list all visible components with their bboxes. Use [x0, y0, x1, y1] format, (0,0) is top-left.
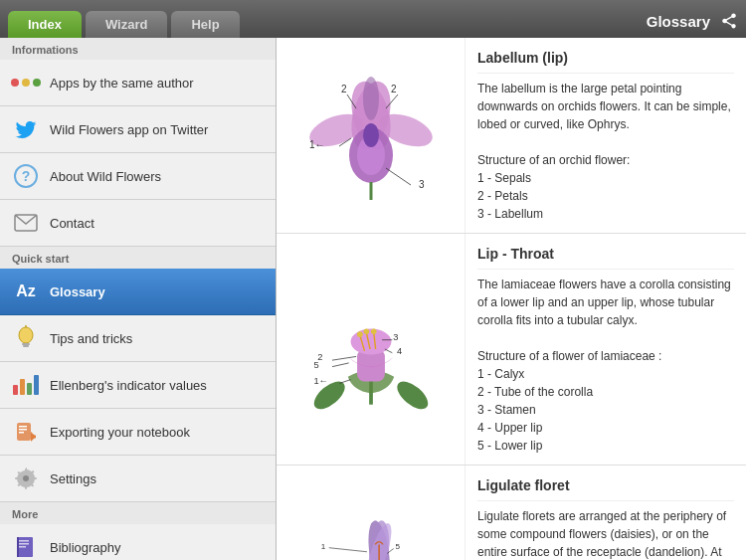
svg-text:5: 5	[313, 360, 318, 370]
sidebar-label-twitter: Wild Flowers app on Twitter	[50, 122, 208, 137]
sidebar-label-export: Exporting your notebook	[50, 425, 190, 440]
sidebar-item-twitter[interactable]: Wild Flowers app on Twitter	[0, 106, 276, 153]
az-icon: Az	[12, 278, 40, 305]
text-lip: Lip - Throat The lamiaceae flowers have …	[466, 234, 746, 465]
desc-lip: The lamiaceae flowers have a corolla con…	[477, 276, 734, 455]
section-more: More	[0, 502, 276, 524]
svg-rect-18	[17, 537, 19, 557]
share-icon[interactable]	[720, 12, 738, 34]
sidebar-item-glossary[interactable]: Az Glossary	[0, 269, 276, 315]
sidebar-label-about: About Wild Flowers	[50, 169, 161, 184]
svg-rect-16	[19, 543, 29, 545]
sidebar-label-bibliography: Bibliography	[50, 540, 121, 555]
section-quickstart: Quick start	[0, 247, 276, 269]
book-icon	[12, 533, 40, 560]
sidebar-item-tips[interactable]: Tips and tricks	[0, 315, 276, 362]
svg-text:3: 3	[419, 179, 425, 190]
sidebar-item-settings[interactable]: Settings	[0, 456, 276, 502]
section-informations: Informations	[0, 38, 276, 60]
sidebar-label-apps: Apps by the same author	[50, 76, 194, 91]
svg-rect-12	[31, 436, 36, 439]
svg-point-37	[392, 376, 432, 414]
svg-point-3	[19, 327, 33, 343]
svg-line-53	[332, 356, 356, 360]
svg-text:5: 5	[395, 542, 400, 551]
svg-line-56	[332, 363, 349, 367]
svg-rect-17	[19, 546, 26, 548]
svg-rect-4	[22, 343, 30, 345]
svg-line-69	[328, 548, 366, 552]
image-lip: 1← 2 3 4 5	[277, 234, 466, 465]
svg-text:1: 1	[320, 542, 325, 551]
page-title: Glossary	[647, 13, 710, 34]
desc-labellum: The labellum is the large petal pointing…	[477, 80, 734, 223]
svg-point-40	[350, 329, 391, 355]
svg-text:?: ?	[22, 168, 31, 184]
sidebar-item-about[interactable]: ? About Wild Flowers	[0, 153, 276, 200]
sidebar-item-bibliography[interactable]: Bibliography	[0, 524, 276, 560]
sidebar-item-apps[interactable]: Apps by the same author	[0, 60, 276, 106]
svg-text:2: 2	[391, 84, 397, 94]
svg-point-46	[371, 329, 377, 335]
title-ligulate: Ligulate floret	[477, 475, 734, 501]
content-area: 1← 2 2 3 Labellum (lip) The labellum is …	[277, 38, 746, 560]
svg-rect-9	[19, 429, 27, 431]
sidebar-item-export[interactable]: Exporting your notebook	[0, 409, 276, 456]
envelope-icon	[12, 209, 40, 237]
svg-point-44	[357, 331, 363, 337]
sidebar-item-contact[interactable]: Contact	[0, 200, 276, 247]
sidebar-label-ellenberg: Ellenberg's indicator values	[50, 378, 207, 393]
desc-ligulate: Ligulate florets are arranged at the per…	[477, 507, 734, 560]
entry-lip: 1← 2 3 4 5 Lip - Throat The lamiaceae fl…	[277, 234, 746, 466]
svg-point-26	[363, 123, 379, 147]
svg-rect-5	[23, 345, 29, 347]
title-labellum: Labellum (lip)	[477, 48, 734, 74]
header-right: Glossary	[647, 12, 738, 38]
tab-wizard[interactable]: Wizard	[86, 11, 168, 38]
svg-line-35	[386, 168, 411, 185]
svg-line-55	[384, 349, 391, 353]
svg-rect-8	[19, 426, 27, 428]
image-ligulate: 1 2 3 4 5	[277, 466, 466, 560]
title-lip: Lip - Throat	[477, 244, 734, 270]
sidebar-label-glossary: Glossary	[50, 284, 105, 299]
twitter-icon	[12, 115, 40, 143]
bars-icon	[12, 371, 40, 399]
settings-gear-icon	[12, 465, 40, 492]
entry-ligulate: 1 2 3 4 5 Ligulate floret Ligulate flore…	[277, 466, 746, 560]
svg-text:2: 2	[341, 84, 347, 94]
text-ligulate: Ligulate floret Ligulate florets are arr…	[466, 466, 746, 560]
bulb-icon	[12, 324, 40, 352]
dots-icon	[12, 69, 40, 96]
svg-rect-10	[19, 432, 24, 434]
svg-text:1←: 1←	[309, 139, 325, 150]
tab-index[interactable]: Index	[8, 11, 82, 38]
tab-help[interactable]: Help	[171, 11, 239, 38]
tab-bar: Index Wizard Help Glossary	[0, 0, 746, 38]
text-labellum: Labellum (lip) The labellum is the large…	[466, 38, 746, 233]
svg-point-23	[363, 77, 379, 120]
main-content: Informations Apps by the same author Wil…	[0, 38, 746, 560]
svg-point-45	[363, 329, 369, 335]
entry-labellum: 1← 2 2 3 Labellum (lip) The labellum is …	[277, 38, 746, 234]
svg-text:3: 3	[393, 332, 398, 342]
sidebar-label-tips: Tips and tricks	[50, 331, 132, 346]
svg-text:4: 4	[397, 346, 402, 356]
sidebar: Informations Apps by the same author Wil…	[0, 38, 277, 560]
sidebar-item-ellenberg[interactable]: Ellenberg's indicator values	[0, 362, 276, 409]
svg-line-52	[339, 380, 350, 384]
export-icon	[12, 418, 40, 446]
svg-text:1←: 1←	[313, 376, 327, 386]
svg-rect-15	[19, 540, 29, 542]
sidebar-label-contact: Contact	[50, 216, 94, 231]
question-icon: ?	[12, 162, 40, 190]
image-orchid: 1← 2 2 3	[277, 38, 466, 233]
sidebar-label-settings: Settings	[50, 471, 96, 486]
